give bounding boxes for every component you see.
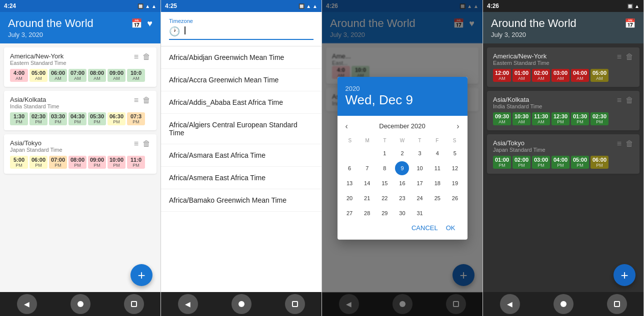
- dp-day-30[interactable]: 30: [395, 206, 409, 220]
- dp-day-18[interactable]: 18: [430, 176, 444, 190]
- wifi-icon-4: ▲: [634, 3, 640, 9]
- dp-cancel-btn[interactable]: CANCEL: [412, 224, 438, 232]
- nav-back-4[interactable]: ◀: [500, 294, 520, 314]
- drag-icon-kol[interactable]: ≡: [134, 96, 138, 105]
- dp-day-26[interactable]: 26: [448, 191, 462, 205]
- nav-back-2[interactable]: ◀: [178, 294, 198, 314]
- dp-month-label: December 2020: [379, 122, 426, 130]
- dp-day-24[interactable]: 24: [413, 191, 427, 205]
- nav-recent-2[interactable]: [285, 294, 305, 314]
- tz-option-bamako[interactable]: Africa/Bamako Greenwich Mean Time: [161, 189, 322, 212]
- nav-home-2[interactable]: [232, 294, 252, 314]
- dp-day-14[interactable]: 14: [360, 176, 374, 190]
- dp-day-23[interactable]: 23: [395, 191, 409, 205]
- tz-option-name-asmera: Africa/Asmera East Africa Time: [169, 174, 314, 182]
- dp-day-8[interactable]: 8: [378, 161, 392, 175]
- dp-day-22[interactable]: 22: [378, 191, 392, 205]
- nav-home-4[interactable]: [554, 294, 574, 314]
- dp-day-12[interactable]: 12: [448, 161, 462, 175]
- dp-day-5[interactable]: 5: [448, 146, 462, 160]
- dp-day-10[interactable]: 10: [413, 161, 427, 175]
- dp-day-1[interactable]: 1: [378, 146, 392, 160]
- delete-icon-dark-tok[interactable]: 🗑: [626, 139, 634, 148]
- dp-selected-date: Wed, Dec 9: [346, 92, 460, 108]
- tz-option-abidjan[interactable]: Africa/Abidjan Greenwich Mean Time: [161, 46, 322, 69]
- status-icons-1: 🔲 ▲ ▲: [138, 3, 156, 9]
- dp-day-6[interactable]: 6: [342, 161, 356, 175]
- dp-day-27[interactable]: 27: [342, 206, 356, 220]
- dp-day-29[interactable]: 29: [378, 206, 392, 220]
- calendar-icon-1[interactable]: 📅: [131, 18, 142, 29]
- dp-day-17[interactable]: 17: [413, 176, 427, 190]
- heart-icon-1[interactable]: ♥: [147, 18, 152, 29]
- dp-day-11[interactable]: 11: [430, 161, 444, 175]
- tz-option-name-addis: Africa/Addis_Ababa East Africa Time: [169, 98, 314, 106]
- dp-actions: CANCEL OK: [342, 220, 464, 236]
- nav-recent-1[interactable]: [124, 294, 144, 314]
- delete-icon-dark-ny[interactable]: 🗑: [626, 52, 634, 61]
- slot-dark-tok-1: 02:00PM: [512, 156, 530, 169]
- screen3: 4:26 🔲 ▲ ▲ Around the World 📅 ♥ July 3, …: [322, 0, 483, 316]
- dp-day-21[interactable]: 21: [360, 191, 374, 205]
- tz-option-asmara[interactable]: Africa/Asmara East Africa Time: [161, 144, 322, 167]
- tz-region-ny: America/New-York: [10, 52, 66, 60]
- back-icon-1: ◀: [24, 300, 30, 308]
- app-title-1: Around the World: [8, 17, 94, 30]
- tz-label-tok: Japan Standard Time: [10, 147, 62, 153]
- tz-option-accra[interactable]: Africa/Accra Greenwich Mean Time: [161, 69, 322, 91]
- tz-option-asmera[interactable]: Africa/Asmera East Africa Time: [161, 167, 322, 189]
- dp-day-3[interactable]: 3: [413, 146, 427, 160]
- delete-icon-ny[interactable]: 🗑: [142, 52, 150, 61]
- dp-day-19[interactable]: 19: [448, 176, 462, 190]
- timezone-search-input[interactable]: [184, 26, 314, 36]
- tz-actions-dark-tok: ≡ 🗑: [617, 139, 634, 148]
- dp-day-4[interactable]: 4: [430, 146, 444, 160]
- tz-region-dark-tok: Asia/Tokyo: [493, 139, 546, 147]
- add-timezone-fab-1[interactable]: +: [130, 264, 152, 286]
- dp-day-9-selected[interactable]: 9: [395, 161, 409, 175]
- calendar-icon-4[interactable]: 📅: [624, 18, 636, 29]
- delete-icon-tok[interactable]: 🗑: [142, 139, 150, 148]
- dp-next-month-btn[interactable]: ›: [456, 122, 459, 131]
- dp-day-15[interactable]: 15: [378, 176, 392, 190]
- search-header: Timezone 🕐: [161, 12, 322, 46]
- nav-recent-4[interactable]: [607, 294, 627, 314]
- timezone-options-list: Africa/Abidjan Greenwich Mean Time Afric…: [161, 46, 322, 292]
- header-actions-1: 📅 ♥: [131, 18, 152, 29]
- delete-icon-dark-kol[interactable]: 🗑: [626, 96, 634, 105]
- tz-card-dark-ny: America/New-York Eastern Standard Time ≡…: [487, 47, 640, 87]
- dp-day-13[interactable]: 13: [342, 176, 356, 190]
- slot-kol-6: 07:3PM: [127, 112, 145, 125]
- slot-ny-2: 06:00AM: [49, 69, 67, 82]
- drag-icon-dark-kol[interactable]: ≡: [617, 96, 622, 105]
- tz-option-addis[interactable]: Africa/Addis_Ababa East Africa Time: [161, 91, 322, 114]
- drag-icon-dark-ny[interactable]: ≡: [617, 52, 622, 61]
- delete-icon-kol[interactable]: 🗑: [142, 96, 150, 105]
- clock-search-icon: 🕐: [169, 26, 180, 37]
- slot-dark-ny-0: 12:00AM: [493, 69, 511, 82]
- status-icons-4: 🔲 ▲: [627, 3, 640, 9]
- dp-wd-s1: S: [342, 137, 359, 144]
- add-timezone-fab-4[interactable]: +: [614, 264, 636, 286]
- dp-month-row: ‹ December 2020 ›: [342, 120, 464, 133]
- dp-day-7[interactable]: 7: [360, 161, 374, 175]
- dp-day-16[interactable]: 16: [395, 176, 409, 190]
- status-time-4: 4:26: [487, 2, 499, 9]
- nav-back-1[interactable]: ◀: [17, 294, 37, 314]
- nav-home-1[interactable]: [70, 294, 90, 314]
- drag-icon-dark-tok[interactable]: ≡: [617, 139, 622, 148]
- dp-day-25[interactable]: 25: [430, 191, 444, 205]
- tz-card-dark-kol: Asia/Kolkata India Standard Time ≡ 🗑 09:…: [487, 91, 640, 130]
- dp-day-28[interactable]: 28: [360, 206, 374, 220]
- dp-ok-btn[interactable]: OK: [446, 224, 456, 232]
- dp-wd-f: F: [428, 137, 446, 144]
- dp-prev-month-btn[interactable]: ‹: [346, 122, 348, 131]
- drag-icon-tok[interactable]: ≡: [134, 139, 138, 148]
- drag-icon-ny[interactable]: ≡: [134, 52, 138, 61]
- screen1: 4:24 🔲 ▲ ▲ Around the World 📅 ♥ July 3, …: [0, 0, 161, 316]
- dp-day-20[interactable]: 20: [342, 191, 356, 205]
- dp-day-31[interactable]: 31: [413, 206, 427, 220]
- tz-option-algiers[interactable]: Africa/Algiers Central European Standard…: [161, 114, 322, 144]
- dp-day-2[interactable]: 2: [395, 146, 409, 160]
- slot-kol-3: 04:30PM: [68, 112, 86, 125]
